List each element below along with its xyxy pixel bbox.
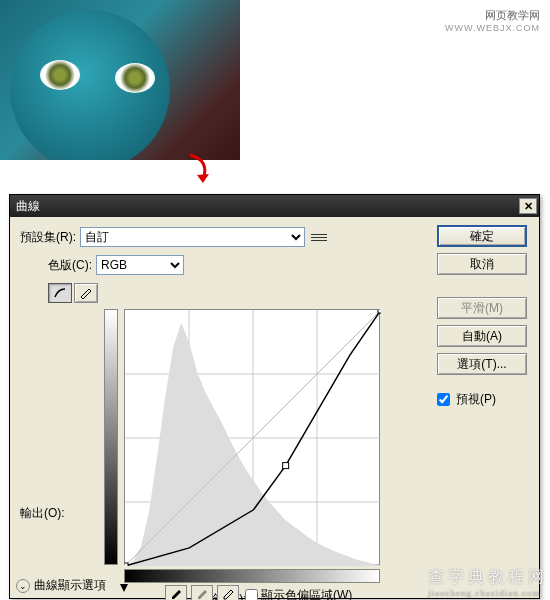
- clip-label: 顯示色偏區域(W): [261, 587, 352, 600]
- arrow-indicator: [185, 150, 215, 190]
- curve-graph[interactable]: [124, 309, 380, 565]
- curves-dialog: 曲線 ✕ 預設集(R): 自訂 色版(C): RGB 輸出(O):: [9, 194, 540, 599]
- ok-button[interactable]: 確定: [437, 225, 527, 247]
- preset-select[interactable]: 自訂: [80, 227, 305, 247]
- eye-right: [115, 63, 155, 93]
- curve-tool-icon[interactable]: [48, 283, 72, 303]
- svg-rect-8: [283, 463, 289, 469]
- preview-image: [0, 0, 240, 160]
- expand-label: 曲線顯示選項: [34, 577, 106, 594]
- white-eyedropper-icon[interactable]: [217, 585, 239, 600]
- auto-button[interactable]: 自動(A): [437, 325, 527, 347]
- preview-label: 預視(P): [456, 391, 496, 408]
- eyedropper-group: [165, 585, 239, 600]
- dialog-title: 曲線: [16, 198, 40, 215]
- watermark-top: 网页教学网 WWW.WEBJX.COM: [445, 8, 540, 33]
- clip-checkbox[interactable]: [245, 589, 258, 600]
- cancel-button[interactable]: 取消: [437, 253, 527, 275]
- preset-label: 預設集(R):: [20, 229, 76, 246]
- eye-left: [40, 60, 80, 90]
- close-button[interactable]: ✕: [519, 198, 537, 214]
- black-point-slider[interactable]: [120, 584, 128, 592]
- output-label: 輸出(O):: [20, 505, 65, 522]
- preview-checkbox[interactable]: [437, 393, 450, 406]
- output-gradient: [104, 309, 118, 565]
- svg-rect-9: [378, 310, 381, 313]
- options-button[interactable]: 選項(T)...: [437, 353, 527, 375]
- smooth-button[interactable]: 平滑(M): [437, 297, 527, 319]
- channel-label: 色版(C):: [48, 257, 92, 274]
- watermark-bottom: 查字典教程网 jiaocheng.chazidian.com: [428, 567, 548, 598]
- expand-icon[interactable]: ⌄: [16, 579, 30, 593]
- black-eyedropper-icon[interactable]: [165, 585, 187, 600]
- titlebar[interactable]: 曲線 ✕: [10, 195, 539, 217]
- watermark-top-line1: 网页教学网: [445, 8, 540, 23]
- preset-menu-icon[interactable]: [311, 229, 327, 245]
- pencil-tool-icon[interactable]: [74, 283, 98, 303]
- channel-select[interactable]: RGB: [96, 255, 184, 275]
- gray-eyedropper-icon[interactable]: [191, 585, 213, 600]
- svg-rect-7: [125, 563, 128, 566]
- input-gradient: [124, 569, 380, 583]
- watermark-top-line2: WWW.WEBJX.COM: [445, 23, 540, 33]
